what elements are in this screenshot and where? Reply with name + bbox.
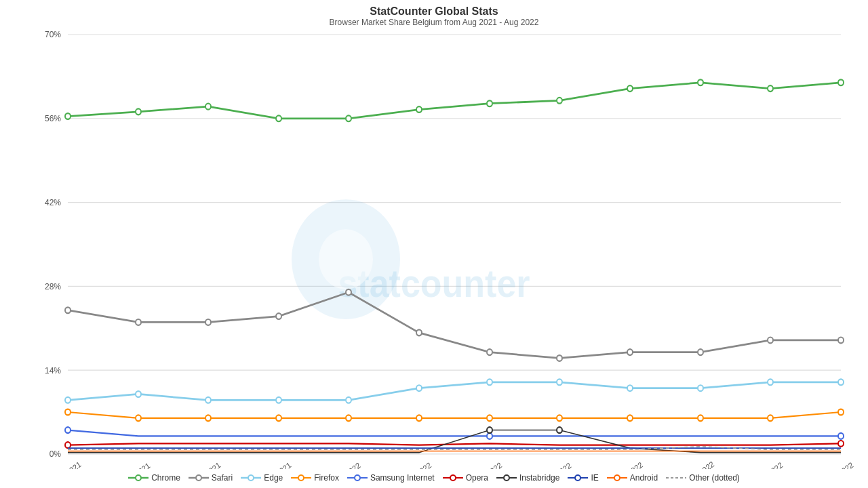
legend-label-edge: Edge — [264, 473, 283, 483]
svg-point-62 — [838, 379, 844, 385]
svg-point-77 — [838, 433, 844, 439]
svg-point-57 — [487, 379, 492, 385]
firefox-legend-line — [291, 474, 311, 482]
svg-point-72 — [698, 415, 703, 421]
ie-legend-line — [568, 474, 588, 482]
legend-item-firefox: Firefox — [291, 473, 339, 483]
svg-point-80 — [487, 427, 492, 433]
main-title: StatCounter Global Stats — [330, 5, 539, 18]
svg-point-52 — [136, 391, 141, 397]
svg-text:Oct 2021: Oct 2021 — [122, 461, 151, 469]
svg-point-56 — [416, 385, 422, 391]
svg-point-75 — [65, 427, 71, 433]
svg-point-59 — [627, 385, 633, 391]
svg-text:Dec 2021: Dec 2021 — [262, 461, 292, 469]
svg-point-81 — [557, 427, 562, 433]
svg-point-41 — [205, 319, 211, 325]
svg-point-55 — [346, 397, 351, 403]
svg-point-33 — [487, 100, 492, 106]
android-legend-line — [607, 474, 627, 482]
svg-text:July 2022: July 2022 — [753, 461, 784, 469]
svg-point-35 — [627, 85, 633, 92]
legend-item-samsung: Samsung Internet — [347, 473, 435, 483]
svg-point-76 — [487, 433, 492, 439]
svg-text:Feb 2022: Feb 2022 — [403, 461, 433, 469]
instabridge-legend-line — [496, 474, 517, 482]
svg-text:28%: 28% — [45, 281, 61, 291]
svg-point-70 — [557, 415, 562, 421]
svg-text:Jan 2022: Jan 2022 — [332, 461, 362, 469]
svg-point-53 — [205, 397, 211, 403]
svg-point-27 — [65, 113, 71, 119]
svg-point-28 — [136, 108, 141, 115]
other-legend-line — [666, 474, 686, 482]
svg-text:May 2022: May 2022 — [613, 460, 644, 469]
opera-legend-line — [443, 474, 463, 482]
samsung-legend-line — [347, 474, 368, 482]
sub-title: Browser Market Share Belgium from Aug 20… — [330, 18, 539, 27]
legend-label-samsung: Samsung Internet — [370, 473, 435, 483]
svg-point-30 — [276, 115, 281, 121]
svg-point-42 — [276, 313, 281, 319]
svg-point-60 — [698, 385, 703, 391]
svg-point-26 — [319, 229, 373, 289]
legend-label-other: Other (dotted) — [689, 473, 740, 483]
svg-point-74 — [838, 409, 844, 415]
svg-point-31 — [346, 115, 351, 121]
svg-point-66 — [276, 415, 281, 421]
svg-text:Aug 2022: Aug 2022 — [824, 461, 854, 469]
svg-point-67 — [346, 415, 351, 421]
svg-point-38 — [838, 79, 844, 85]
svg-point-49 — [768, 338, 773, 344]
svg-point-54 — [276, 397, 281, 403]
svg-point-71 — [627, 415, 633, 421]
svg-point-73 — [768, 415, 773, 421]
legend-label-chrome: Chrome — [151, 473, 180, 483]
svg-point-43 — [346, 289, 351, 296]
chrome-legend-line — [128, 474, 149, 482]
safari-legend-line — [189, 474, 209, 482]
svg-point-29 — [205, 104, 211, 110]
svg-point-95 — [504, 475, 509, 481]
legend-item-edge: Edge — [241, 473, 283, 483]
svg-point-36 — [698, 79, 703, 85]
edge-legend-line — [241, 474, 261, 482]
svg-point-58 — [557, 379, 562, 385]
svg-text:Mar 2022: Mar 2022 — [473, 461, 504, 469]
svg-point-93 — [450, 475, 456, 481]
svg-text:0%: 0% — [50, 449, 61, 460]
chart-container: StatCounter Global Stats Browser Market … — [0, 0, 868, 488]
svg-text:Nov 2021: Nov 2021 — [191, 461, 222, 469]
svg-point-45 — [487, 349, 492, 355]
svg-point-61 — [768, 379, 773, 385]
svg-point-39 — [65, 307, 71, 313]
legend-label-safari: Safari — [212, 473, 233, 483]
svg-text:42%: 42% — [45, 197, 61, 207]
chart-svg: 0% 14% 28% 42% 56% 70% Sept 2021 Oct 202… — [14, 27, 854, 469]
svg-point-34 — [557, 98, 562, 104]
legend-item-other: Other (dotted) — [666, 473, 740, 483]
legend-label-firefox: Firefox — [314, 473, 339, 483]
svg-point-44 — [416, 329, 422, 336]
svg-point-40 — [136, 319, 141, 325]
svg-point-63 — [65, 409, 71, 415]
svg-point-83 — [136, 475, 141, 481]
svg-text:14%: 14% — [45, 365, 61, 375]
legend-item-instabridge: Instabridge — [496, 473, 559, 483]
title-section: StatCounter Global Stats Browser Market … — [330, 0, 539, 27]
legend-label-android: Android — [630, 473, 658, 483]
legend: Chrome Safari Edge Firefox — [115, 469, 753, 488]
svg-text:Apr 2022: Apr 2022 — [543, 461, 572, 469]
svg-point-50 — [838, 338, 844, 344]
svg-point-69 — [487, 415, 492, 421]
svg-point-37 — [768, 85, 773, 92]
svg-point-68 — [416, 415, 422, 421]
svg-point-99 — [614, 475, 620, 481]
svg-point-46 — [557, 355, 562, 361]
svg-point-48 — [698, 349, 703, 355]
svg-text:56%: 56% — [45, 114, 61, 124]
svg-point-97 — [575, 475, 580, 481]
svg-text:Sept 2021: Sept 2021 — [50, 460, 83, 469]
svg-point-87 — [248, 475, 254, 481]
svg-text:June 2022: June 2022 — [683, 460, 716, 469]
